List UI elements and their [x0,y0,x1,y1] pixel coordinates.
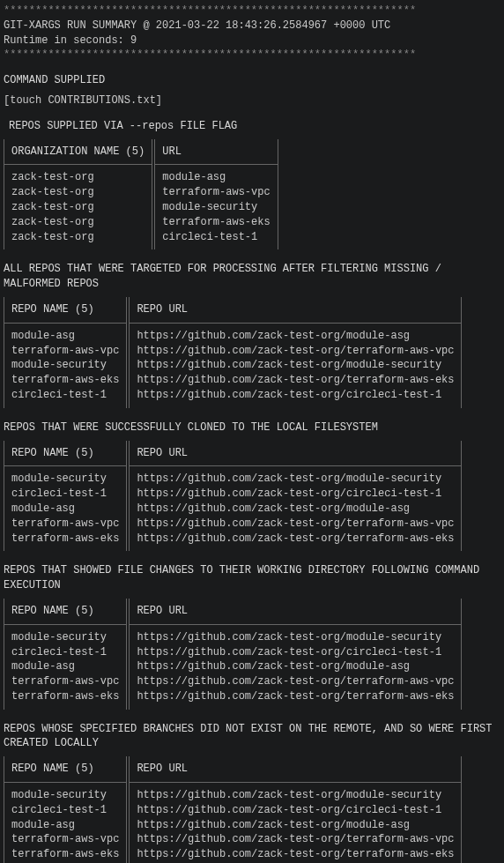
table-row: circleci-test-1 [162,230,270,245]
table-row: module-security [11,358,119,373]
table-row: https://github.com/zack-test-org/circlec… [137,487,454,502]
table-col-body: https://github.com/zack-test-org/module-… [130,324,461,408]
table-row: https://github.com/zack-test-org/terrafo… [137,689,454,704]
table-col-body: zack-test-orgzack-test-orgzack-test-orgz… [4,165,152,249]
table-row: terraform-aws-eks [11,532,119,547]
table-col-body: module-securitycircleci-test-1module-asg… [4,466,126,551]
table-row: module-security [11,630,119,645]
table-col-body: module-securitycircleci-test-1module-asg… [4,625,126,710]
table-col-body: module-asgterraform-aws-vpcmodule-securi… [4,324,126,408]
table-row: module-security [11,472,119,487]
changes-table: REPO NAME (5) module-securitycircleci-te… [4,599,500,710]
table-header: REPO URL [130,441,461,467]
table-row: terraform-aws-eks [162,215,270,230]
table-row: module-security [162,200,270,215]
table-header: ORGANIZATION NAME (5) [4,139,152,166]
table-row: module-asg [11,659,119,674]
table-row: https://github.com/zack-test-org/circlec… [137,388,454,403]
table-header: REPO URL [130,756,461,783]
table-row: https://github.com/zack-test-org/circlec… [137,645,454,660]
cloned-title: REPOS THAT WERE SUCCESSFULLY CLONED TO T… [4,420,500,435]
table-row: https://github.com/zack-test-org/module-… [137,329,454,344]
command-supplied-title: COMMAND SUPPLIED [4,73,500,88]
table-row: https://github.com/zack-test-org/circlec… [137,803,454,818]
table-col-body: module-asgterraform-aws-vpcmodule-securi… [155,165,277,249]
runtime-line: Runtime in seconds: 9 [4,33,500,48]
changes-title: REPOS THAT SHOWED FILE CHANGES TO THEIR … [4,563,500,593]
cloned-table: REPO NAME (5) module-securitycircleci-te… [4,441,500,552]
table-header: REPO NAME (5) [4,756,126,783]
table-row: circleci-test-1 [11,388,119,403]
table-row: zack-test-org [11,230,145,245]
table-row: terraform-aws-eks [11,373,119,388]
table-row: terraform-aws-vpc [11,832,119,847]
table-col-body: https://github.com/zack-test-org/module-… [130,625,461,710]
table-row: https://github.com/zack-test-org/terrafo… [137,532,454,547]
branches-title: REPOS WHOSE SPECIFIED BRANCHES DID NOT E… [4,722,500,752]
table-row: zack-test-org [11,200,145,215]
table-row: https://github.com/zack-test-org/module-… [137,818,454,833]
table-row: terraform-aws-vpc [11,674,119,689]
divider-stars: ****************************************… [4,48,500,63]
table-row: module-asg [11,329,119,344]
table-row: https://github.com/zack-test-org/terrafo… [137,344,454,359]
command-supplied-value: [touch CONTRIBUTIONS.txt] [4,93,500,108]
table-row: https://github.com/zack-test-org/terrafo… [137,674,454,689]
table-header: REPO NAME (5) [4,599,126,625]
table-row: https://github.com/zack-test-org/module-… [137,358,454,373]
table-row: terraform-aws-vpc [11,517,119,532]
table-row: module-asg [11,502,119,517]
table-row: module-security [11,788,119,803]
repos-supplied-table: ORGANIZATION NAME (5) zack-test-orgzack-… [4,139,500,250]
table-col-body: https://github.com/zack-test-org/module-… [130,466,461,551]
table-row: zack-test-org [11,170,145,185]
table-row: https://github.com/zack-test-org/terrafo… [137,373,454,388]
repos-supplied-title: REPOS SUPPLIED VIA --repos FILE FLAG [4,119,500,134]
table-row: https://github.com/zack-test-org/module-… [137,502,454,517]
table-row: https://github.com/zack-test-org/terrafo… [137,847,454,862]
table-row: https://github.com/zack-test-org/module-… [137,630,454,645]
table-header: URL [155,139,277,166]
table-row: terraform-aws-vpc [162,185,270,200]
table-row: module-asg [11,818,119,833]
table-row: terraform-aws-eks [11,847,119,862]
table-header: REPO NAME (5) [4,297,126,324]
run-summary-header: GIT-XARGS RUN SUMMARY @ 2021-03-22 18:43… [4,19,500,33]
table-row: circleci-test-1 [11,803,119,818]
terminal-output: ****************************************… [4,4,500,863]
table-row: terraform-aws-eks [11,689,119,704]
targeted-table: REPO NAME (5) module-asgterraform-aws-vp… [4,297,500,408]
table-header: REPO URL [130,297,461,324]
table-row: https://github.com/zack-test-org/module-… [137,472,454,487]
table-row: terraform-aws-vpc [11,344,119,359]
table-col-body: module-securitycircleci-test-1module-asg… [4,783,126,863]
table-row: module-asg [162,170,270,185]
table-row: https://github.com/zack-test-org/terrafo… [137,832,454,847]
table-row: https://github.com/zack-test-org/module-… [137,788,454,803]
table-row: circleci-test-1 [11,645,119,660]
targeted-title: ALL REPOS THAT WERE TARGETED FOR PROCESS… [4,262,500,292]
table-row: zack-test-org [11,215,145,230]
table-col-body: https://github.com/zack-test-org/module-… [130,783,461,863]
table-header: REPO NAME (5) [4,441,126,467]
table-header: REPO URL [130,599,461,625]
branches-table: REPO NAME (5) module-securitycircleci-te… [4,756,500,863]
table-row: circleci-test-1 [11,487,119,502]
divider-stars: ****************************************… [4,4,500,19]
table-row: zack-test-org [11,185,145,200]
table-row: https://github.com/zack-test-org/module-… [137,659,454,674]
table-row: https://github.com/zack-test-org/terrafo… [137,517,454,532]
